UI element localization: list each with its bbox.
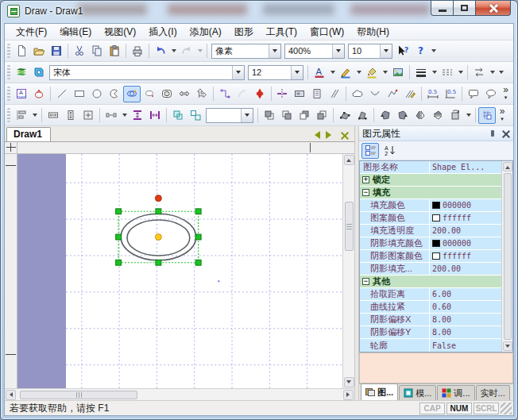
alphabetical-sort-button[interactable]: A2 [381,143,398,159]
property-row[interactable]: 图案颜色ffffff [360,212,501,225]
context-help-button[interactable]: ? [394,43,412,60]
dimension-h-button[interactable]: 0.5 [424,86,442,102]
ellipse-tool-button[interactable] [123,86,141,102]
font-color-button[interactable]: A [311,64,328,81]
branch-arrow-tool-button[interactable] [193,86,211,102]
toolbar-grip[interactable] [7,65,10,79]
combo-dropdown-icon[interactable] [332,44,344,58]
zoom-combobox[interactable]: 400% [284,44,345,59]
same-height-button[interactable] [62,107,79,124]
toolbar-grip[interactable] [7,44,10,58]
scroll-right-icon[interactable] [343,390,354,400]
flip-vertical-button[interactable] [429,107,446,124]
list-shape-button[interactable] [308,86,326,102]
property-row[interactable]: 阴影偏移Y8.00 [360,326,501,339]
tab-properties[interactable]: 图... [361,383,398,400]
tab-palette[interactable]: 调... [437,385,474,400]
paste-button[interactable] [106,43,123,60]
vertical-scroll-thumb[interactable] [345,202,354,251]
placeholder-image-button[interactable] [291,86,308,102]
property-row[interactable]: 阴影填充颜色000000 [360,237,501,250]
grid-scrollbar[interactable] [501,161,512,352]
menu-window[interactable]: 窗口(W) [303,24,350,40]
close-button[interactable] [476,1,511,16]
open-button[interactable] [30,43,48,60]
same-width-button[interactable] [44,107,62,124]
canvas-vertical-scrollbar[interactable] [342,154,354,388]
bring-to-front-button[interactable] [261,107,278,124]
rotate-dropdown[interactable] [464,107,473,124]
free-rotate-button[interactable] [446,107,464,124]
grid-size-combobox[interactable]: 10 [348,44,392,59]
font-size-combobox[interactable]: 12 [248,65,303,80]
split-horizontal-button[interactable] [273,86,291,102]
document-tab-draw1[interactable]: Draw1 [6,127,51,141]
title-bar[interactable]: Draw - Draw1 [1,1,517,23]
spacing-dropdown[interactable] [120,107,129,124]
category-row[interactable]: −填充 [360,187,501,199]
pin-icon[interactable] [487,128,498,139]
ungroup-button[interactable] [187,107,204,124]
toolbar-options-dropdown[interactable] [429,43,438,60]
property-row[interactable]: 填充颜色000000 [360,199,501,212]
combo-dropdown-icon[interactable] [291,66,303,79]
tab-templates[interactable]: 模... [399,385,436,400]
maximize-button[interactable] [454,1,476,16]
arrow-style-dropdown[interactable] [488,64,497,81]
callout-ellipse-button[interactable] [482,86,500,102]
frame-tool-button[interactable] [158,86,176,102]
image-fill-button[interactable] [389,64,407,81]
menu-view[interactable]: 视图(V) [98,24,142,40]
canvas-horizontal-scrollbar[interactable] [5,388,354,400]
scroll-up-icon[interactable] [503,162,512,171]
combo-dropdown-icon[interactable] [380,44,392,58]
save-button[interactable] [48,43,65,60]
font-combobox[interactable]: 宋体 [49,65,245,80]
layer-combobox[interactable] [206,108,253,123]
polyline-tool-button[interactable] [384,86,401,102]
send-backward-button[interactable] [313,107,331,124]
line-color-dropdown[interactable] [354,64,363,81]
fill-color-dropdown[interactable] [381,64,389,81]
same-size-button[interactable] [79,107,97,124]
menu-tools[interactable]: 工具(T) [260,24,303,40]
arrow-style-button[interactable] [470,64,488,81]
bring-forward-button[interactable] [296,107,313,124]
line-width-dropdown[interactable] [430,64,439,81]
rectangle-tool-button[interactable] [71,86,88,102]
snap-grid-button[interactable] [478,107,496,124]
minimize-button[interactable] [431,1,454,16]
curve-tool-button[interactable] [234,86,251,102]
new-button[interactable] [13,43,30,60]
star-tool-button[interactable] [251,86,269,102]
grid-scroll-thumb[interactable] [504,173,512,340]
double-arrow-tool-button[interactable] [176,86,193,102]
toolbar-options-dropdown[interactable] [497,64,505,81]
menu-insert[interactable]: 插入(I) [142,24,183,40]
hatch-lines-button[interactable] [326,86,343,102]
menu-add[interactable]: 添加(A) [184,24,228,40]
toolbar-overflow-button[interactable]: »▾ [496,107,508,123]
tab-scroll-left-icon[interactable] [311,131,320,139]
send-to-back-button[interactable] [278,107,296,124]
gallery-button[interactable] [13,64,30,81]
flip-horizontal-button[interactable] [412,107,429,124]
scroll-left-icon[interactable] [6,390,16,400]
center-vertical-button[interactable] [129,107,146,124]
font-color-dropdown[interactable] [328,64,337,81]
property-row[interactable]: 阴影填充...200.00 [360,263,501,276]
scroll-up-icon[interactable] [344,155,354,165]
category-row[interactable]: +锁定 [360,174,501,187]
cut-button[interactable] [71,43,88,60]
menu-file[interactable]: 文件(F) [10,24,53,40]
resize-grip[interactable] [501,403,512,414]
panel-close-icon[interactable] [501,129,510,138]
collapse-icon[interactable]: − [362,278,369,285]
rotation-handle-dot[interactable] [155,195,161,202]
line-width-button[interactable] [412,64,430,81]
scroll-down-icon[interactable] [344,377,354,387]
combo-dropdown-icon[interactable] [241,109,253,122]
rotate-right-button[interactable] [394,107,412,124]
dimension-v-button[interactable]: 0.5 [442,86,459,102]
import-shape-button[interactable] [30,64,48,81]
